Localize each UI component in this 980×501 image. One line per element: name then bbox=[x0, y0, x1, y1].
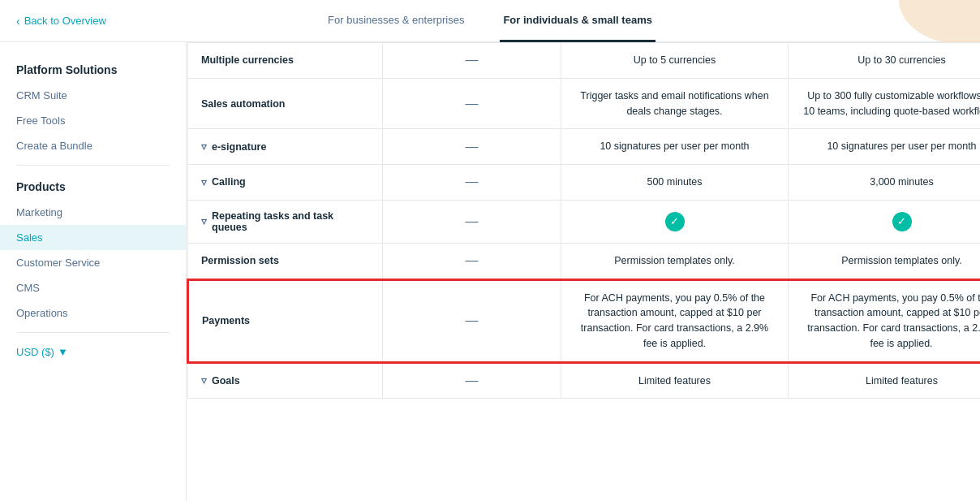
content-area: Multiple currencies — Up to 5 currencies… bbox=[187, 42, 980, 501]
table-row: ▿ e-signature — 10 signatures per user p… bbox=[188, 129, 981, 165]
back-arrow-icon: ‹ bbox=[16, 15, 20, 28]
table-row: Permission sets — Permission templates o… bbox=[188, 243, 981, 279]
starter-cell: — bbox=[383, 200, 561, 243]
check-icon: ✓ bbox=[892, 212, 912, 231]
pro-cell: 3,000 minutes bbox=[789, 165, 981, 201]
sidebar-item-cms[interactable]: CMS bbox=[0, 275, 186, 300]
sidebar-item-bundle[interactable]: Create a Bundle bbox=[0, 133, 186, 158]
pro-cell: For ACH payments, you pay 0.5% of the tr… bbox=[789, 279, 981, 362]
feature-cell: Permission sets bbox=[188, 243, 383, 279]
pro-cell: Limited features bbox=[789, 362, 981, 399]
user-icon: ▿ bbox=[201, 140, 207, 153]
pro-cell: 10 signatures per user per month bbox=[789, 129, 981, 165]
table-row: Multiple currencies — Up to 5 currencies… bbox=[188, 43, 981, 79]
task-icon: ▿ bbox=[201, 215, 207, 227]
starter-cell: — bbox=[383, 78, 561, 129]
goals-icon: ▿ bbox=[201, 374, 207, 387]
products-title: Products bbox=[0, 172, 186, 200]
starter-cell: — bbox=[383, 129, 561, 165]
table-row: ▿ Repeating tasks and task queues — ✓ ✓ bbox=[188, 200, 981, 243]
mid-cell: ✓ bbox=[561, 200, 789, 243]
header-tabs: For businesses & enterprises For individ… bbox=[325, 0, 655, 42]
pro-cell: ✓ bbox=[789, 200, 981, 243]
pro-cell: Permission templates only. bbox=[789, 243, 981, 279]
pro-cell: Up to 300 fully customizable workflows f… bbox=[789, 78, 981, 129]
pricing-table: Multiple currencies — Up to 5 currencies… bbox=[187, 42, 980, 399]
starter-cell: — bbox=[383, 165, 561, 201]
table-row: ▿ Goals — Limited features Limited featu… bbox=[188, 362, 981, 399]
mid-cell: Limited features bbox=[561, 362, 789, 399]
mid-cell: 500 minutes bbox=[561, 165, 789, 201]
header-decoration bbox=[834, 0, 980, 42]
tab-individuals[interactable]: For individuals & small teams bbox=[500, 0, 655, 42]
header: ‹ Back to Overview For businesses & ente… bbox=[0, 0, 980, 42]
mid-cell: Up to 5 currencies bbox=[561, 43, 789, 79]
starter-cell: — bbox=[383, 43, 561, 79]
payments-row: Payments — For ACH payments, you pay 0.5… bbox=[188, 279, 981, 362]
starter-cell: — bbox=[383, 362, 561, 399]
mid-cell: Permission templates only. bbox=[561, 243, 789, 279]
feature-cell: Sales automation bbox=[188, 78, 383, 129]
mid-cell: For ACH payments, you pay 0.5% of the tr… bbox=[561, 279, 789, 362]
sidebar-item-customer-service[interactable]: Customer Service bbox=[0, 250, 186, 275]
pro-cell: Up to 30 currencies bbox=[789, 43, 981, 79]
sidebar-item-free-tools[interactable]: Free Tools bbox=[0, 108, 186, 133]
feature-cell: ▿ e-signature bbox=[188, 129, 383, 165]
table-row: ▿ Calling — 500 minutes 3,000 minutes bbox=[188, 165, 981, 201]
main-layout: Platform Solutions CRM Suite Free Tools … bbox=[0, 42, 980, 501]
starter-cell: — bbox=[383, 243, 561, 279]
chevron-down-icon: ▼ bbox=[58, 346, 68, 358]
sidebar: Platform Solutions CRM Suite Free Tools … bbox=[0, 42, 187, 501]
check-icon: ✓ bbox=[665, 212, 685, 231]
sidebar-divider-2 bbox=[16, 332, 170, 333]
back-label: Back to Overview bbox=[24, 15, 106, 27]
starter-cell: — bbox=[383, 279, 561, 362]
feature-cell: ▿ Calling bbox=[188, 165, 383, 201]
feature-cell: ▿ Goals bbox=[188, 362, 383, 399]
mid-cell: Trigger tasks and email notifications wh… bbox=[561, 78, 789, 129]
table-row: Sales automation — Trigger tasks and ema… bbox=[188, 78, 981, 129]
sidebar-item-crm[interactable]: CRM Suite bbox=[0, 83, 186, 108]
feature-cell: Payments bbox=[188, 279, 383, 362]
back-to-overview-link[interactable]: ‹ Back to Overview bbox=[16, 15, 106, 28]
feature-cell: Multiple currencies bbox=[188, 43, 383, 79]
sidebar-item-operations[interactable]: Operations bbox=[0, 300, 186, 326]
sidebar-item-marketing[interactable]: Marketing bbox=[0, 200, 186, 225]
feature-cell: ▿ Repeating tasks and task queues bbox=[188, 200, 383, 243]
phone-icon: ▿ bbox=[201, 176, 207, 188]
tab-businesses[interactable]: For businesses & enterprises bbox=[325, 0, 467, 42]
currency-selector[interactable]: USD ($) ▼ bbox=[0, 339, 186, 365]
sidebar-divider bbox=[16, 165, 170, 166]
mid-cell: 10 signatures per user per month bbox=[561, 129, 789, 165]
sidebar-item-sales[interactable]: Sales bbox=[0, 225, 186, 250]
svg-point-0 bbox=[899, 0, 980, 42]
platform-solutions-title: Platform Solutions bbox=[0, 55, 186, 83]
